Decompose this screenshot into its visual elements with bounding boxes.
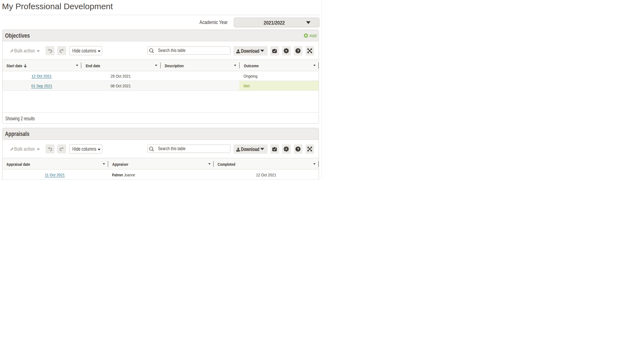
svg-text:?: ? (297, 147, 299, 151)
svg-text:?: ? (297, 49, 299, 53)
